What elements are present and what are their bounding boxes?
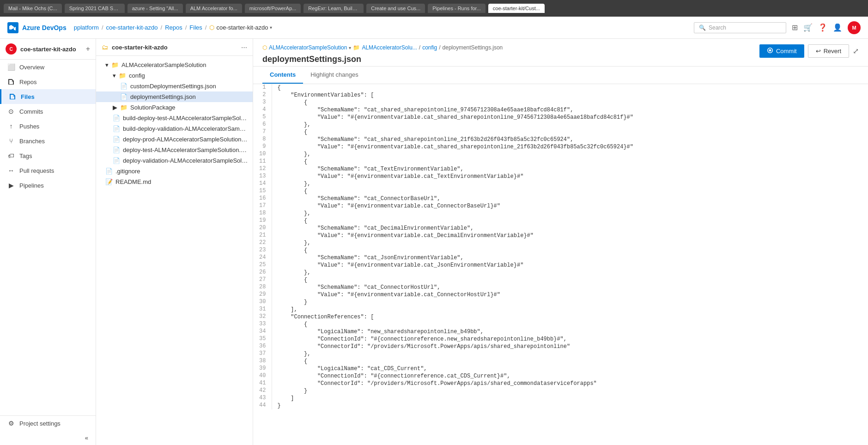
sidebar-collapse[interactable]: « — [0, 431, 96, 445]
tree-item-gitignore[interactable]: 📄 .gitignore — [96, 166, 253, 177]
tab-contents[interactable]: Contents — [262, 67, 303, 84]
revert-button[interactable]: ↩ Revert — [808, 44, 849, 58]
revert-label: Revert — [824, 48, 841, 55]
line-code: "Value": "#{environmentvariable.cat_Deci… — [272, 232, 868, 239]
sidebar-item-pullrequests[interactable]: ↔ Pull requests — [0, 163, 96, 178]
sidebar-label-settings: Project settings — [19, 420, 61, 427]
line-code: { — [272, 321, 868, 328]
grid-icon[interactable]: ⊞ — [792, 23, 798, 32]
pushes-icon: ↑ — [7, 122, 15, 130]
breadcrumb-repo[interactable]: coe-starter-kit-azdo — [106, 24, 158, 31]
line-number: 39 — [253, 365, 272, 372]
line-code: { — [272, 84, 868, 91]
tab-highlight[interactable]: Highlight changes — [303, 67, 365, 84]
commit-button[interactable]: Commit — [759, 44, 804, 58]
branch-dropdown-icon[interactable]: ▾ — [349, 45, 351, 50]
line-number: 19 — [253, 217, 272, 225]
sidebar-item-branches[interactable]: ⑂ Branches — [0, 134, 96, 148]
more-options-icon[interactable]: ⋯ — [241, 44, 247, 51]
breadcrumb-files[interactable]: Files — [189, 24, 202, 31]
code-line: 25 "Value": "#{environmentvariable.cat_J… — [253, 262, 868, 269]
tree-item-deploy-test[interactable]: 📄 deploy-test-ALMAcceleratorSampleSoluti… — [96, 145, 253, 155]
sep4: / — [205, 24, 207, 31]
ado-logo[interactable]: Azure DevOps — [7, 22, 67, 33]
expand-icon[interactable]: ⤢ — [853, 47, 859, 55]
tab-pipelines[interactable]: Pipelines - Runs for... — [428, 4, 486, 13]
breadcrumb-filename: deploymentSettings.json — [443, 44, 503, 51]
sidebar-item-pipelines[interactable]: ▶ Pipelines — [0, 178, 96, 193]
sidebar-label-pushes: Pushes — [19, 123, 39, 130]
file-icon-gitignore: 📄 — [105, 168, 113, 175]
sidebar-item-repos[interactable]: Repos — [0, 74, 96, 89]
tree-item-deployment-json[interactable]: 📄 deploymentSettings.json — [96, 91, 253, 102]
line-number: 4 — [253, 106, 272, 114]
sidebar-label-pipelines: Pipelines — [19, 182, 44, 189]
line-code: "ConnectionId": "#{connectionreference.n… — [272, 335, 868, 343]
breadcrumb-repos[interactable]: Repos — [165, 24, 182, 31]
tab-spring[interactable]: Spring 2021 CAB Se... — [65, 4, 125, 13]
code-line: 5 "Value": "#{environmentvariable.cat_sh… — [253, 114, 868, 121]
folder-nav-icon[interactable]: 📁 — [353, 44, 360, 51]
code-line: 17 "Value": "#{environmentvariable.cat_C… — [253, 202, 868, 210]
tree-label-solutionpackage: SolutionPackage — [130, 104, 176, 111]
code-line: 44} — [253, 402, 868, 409]
tree-item-build-test[interactable]: 📄 build-deploy-test-ALMAcceleratorSample… — [96, 113, 253, 123]
sidebar-item-files[interactable]: Files — [0, 89, 96, 104]
project-avatar: C — [6, 43, 17, 55]
sidebar-item-overview[interactable]: ⬜ Overview — [0, 60, 96, 74]
tab-microsoft[interactable]: microsoft/PowerAp... — [245, 4, 301, 13]
collapse-icon: « — [85, 434, 88, 441]
tree-item-solutionpackage[interactable]: ▶ 📁 SolutionPackage — [96, 102, 253, 113]
tab-azure[interactable]: azure - Setting "All... — [127, 4, 183, 13]
code-area[interactable]: 1{2 "EnvironmentVariables": [3 {4 "Schem… — [253, 84, 868, 445]
code-line: 33 { — [253, 321, 868, 328]
tree-item-config[interactable]: ▾ 📁 config — [96, 70, 253, 81]
line-code: "SchemaName": "cat_JsonEnvironmentVariab… — [272, 254, 868, 262]
tab-alm[interactable]: ALM Accelerator fo... — [186, 4, 242, 13]
line-number: 29 — [253, 291, 272, 299]
line-number: 33 — [253, 321, 272, 328]
tab-regexr[interactable]: RegExr: Learn, Build... — [303, 4, 364, 13]
line-number: 5 — [253, 114, 272, 121]
code-line: 27 { — [253, 276, 868, 284]
line-code: "SchemaName": "cat_ConnectorBaseUrl", — [272, 195, 868, 202]
code-line: 36 "ConnectorId": "/providers/Microsoft.… — [253, 343, 868, 350]
sidebar-item-commits[interactable]: ⊙ Commits — [0, 104, 96, 119]
breadcrumb-branch[interactable]: ⬡ coe-starter-kit-azdo ▾ — [209, 24, 272, 31]
line-code: "LogicalName": "new_sharedsharepointonli… — [272, 328, 868, 335]
help-icon[interactable]: ❓ — [818, 23, 827, 32]
tree-item-custom-json[interactable]: 📄 customDeploymentSettings.json — [96, 81, 253, 91]
tab-coe[interactable]: coe-starter-kit/Cust... — [488, 4, 545, 13]
sidebar-label-tags: Tags — [19, 152, 32, 159]
tree-item-build-validation[interactable]: 📄 build-deploy-validation-ALMAccelerator… — [96, 123, 253, 134]
line-number: 11 — [253, 158, 272, 165]
tree-label-deploy-test: deploy-test-ALMAcceleratorSampleSolution… — [123, 146, 249, 153]
tab-mail[interactable]: Mail - Mike Ochs (C... — [4, 4, 62, 13]
line-number: 37 — [253, 350, 272, 358]
code-line: 8 "SchemaName": "cat_shared_sharepointon… — [253, 136, 868, 143]
tree-item-readme[interactable]: 📝 README.md — [96, 177, 253, 187]
breadcrumb-pplatform[interactable]: pplatform — [74, 24, 99, 31]
person-icon[interactable]: 👤 — [833, 23, 842, 32]
search-box[interactable]: 🔍 Search — [694, 22, 786, 33]
code-line: 6 }, — [253, 121, 868, 128]
tab-create[interactable]: Create and use Cus... — [366, 4, 425, 13]
tree-item-deploy-validation[interactable]: 📄 deploy-validation-ALMAcceleratorSample… — [96, 155, 253, 166]
user-avatar[interactable]: M — [848, 21, 861, 34]
expand-icon-config: ▾ — [113, 72, 116, 79]
line-code: }, — [272, 350, 868, 358]
sidebar-item-settings[interactable]: ⚙ Project settings — [0, 416, 96, 431]
cart-icon[interactable]: 🛒 — [803, 23, 813, 32]
breadcrumb-config[interactable]: config — [422, 44, 437, 51]
breadcrumb-almsolu[interactable]: ALMAcceleratorSolu... — [362, 44, 417, 51]
folder-icon-alm: 📁 — [111, 61, 119, 68]
line-code: "SchemaName": "cat_ConnectorHostUrl", — [272, 284, 868, 291]
pr-icon: ↔ — [7, 167, 15, 174]
code-line: 10 }, — [253, 151, 868, 158]
tree-item-alm[interactable]: ▾ 📁 ALMAcceleratorSampleSolution — [96, 60, 253, 70]
sidebar-item-pushes[interactable]: ↑ Pushes — [0, 119, 96, 134]
branch-link[interactable]: ALMAcceleratorSampleSolution — [269, 44, 347, 51]
tree-item-deploy-prod[interactable]: 📄 deploy-prod-ALMAcceleratorSampleSoluti… — [96, 134, 253, 145]
project-add-button[interactable]: + — [86, 45, 90, 53]
sidebar-item-tags[interactable]: 🏷 Tags — [0, 148, 96, 163]
